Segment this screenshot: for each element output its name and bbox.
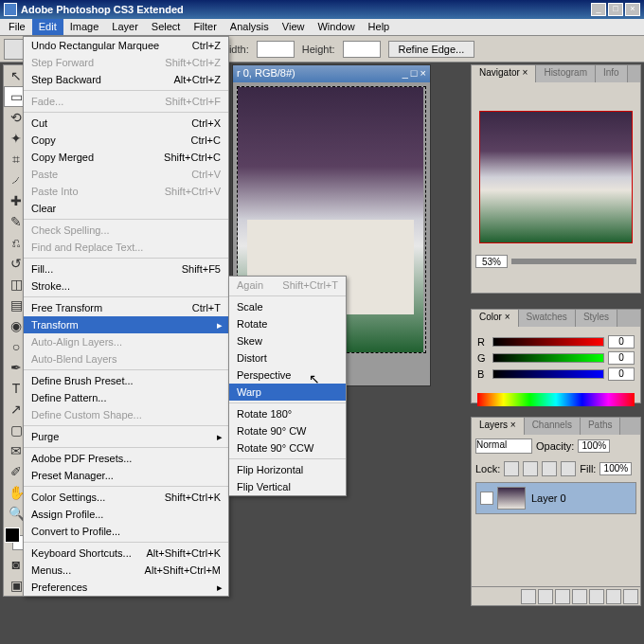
zoom-slider[interactable]: [511, 259, 636, 264]
menu-image[interactable]: Image: [63, 19, 106, 35]
lock-all-icon[interactable]: [561, 461, 576, 476]
opacity-input[interactable]: 100%: [578, 439, 610, 453]
menuitem-preset-manager-[interactable]: Preset Manager...: [24, 467, 228, 484]
tab-swatches[interactable]: Swatches: [519, 310, 576, 327]
menu-file[interactable]: File: [2, 19, 32, 35]
menuitem-warp[interactable]: Warp: [229, 384, 346, 401]
tab-color[interactable]: Color ×: [472, 310, 519, 327]
menuitem-cut[interactable]: CutCtrl+X: [24, 115, 228, 132]
r-slider[interactable]: [492, 337, 604, 347]
blend-mode-select[interactable]: Normal: [475, 438, 532, 454]
menu-select[interactable]: Select: [145, 19, 188, 35]
b-slider[interactable]: [492, 369, 604, 379]
menu-edit[interactable]: Edit: [32, 19, 63, 35]
tool-preset-icon[interactable]: [4, 39, 25, 60]
layer-thumbnail[interactable]: [497, 487, 526, 510]
folder-icon[interactable]: [589, 589, 604, 604]
menuitem-assign-profile-[interactable]: Assign Profile...: [24, 506, 228, 523]
adjustment-icon[interactable]: [572, 589, 587, 604]
g-value[interactable]: 0: [608, 351, 635, 365]
document-titlebar[interactable]: r 0, RGB/8#) _ □ ×: [233, 65, 430, 82]
menuitem-stroke-[interactable]: Stroke...: [24, 277, 228, 295]
layers-tabs: Layers × Channels Paths: [472, 418, 640, 435]
lock-position-icon[interactable]: [542, 461, 557, 476]
menuitem-color-settings-[interactable]: Color Settings...Shift+Ctrl+K: [24, 489, 228, 506]
menuitem-purge[interactable]: Purge: [24, 428, 228, 445]
menuitem-again: AgainShift+Ctrl+T: [229, 277, 346, 294]
maximize-button[interactable]: □: [608, 3, 623, 16]
menu-layer[interactable]: Layer: [105, 19, 145, 35]
menu-filter[interactable]: Filter: [187, 19, 223, 35]
menuitem-step-backward[interactable]: Step BackwardAlt+Ctrl+Z: [24, 71, 228, 88]
layer-item[interactable]: Layer 0: [475, 482, 636, 514]
tab-layers[interactable]: Layers ×: [472, 418, 525, 435]
menuitem-menus-[interactable]: Menus...Alt+Shift+Ctrl+M: [24, 562, 228, 579]
menuitem-clear[interactable]: Clear: [24, 200, 228, 217]
menuitem-perspective[interactable]: Perspective: [229, 367, 346, 384]
menuitem-preferences[interactable]: Preferences: [24, 579, 228, 596]
menuitem-copy[interactable]: CopyCtrl+C: [24, 132, 228, 149]
menuitem-rotate[interactable]: Rotate: [229, 315, 346, 332]
document-controls: _ □ ×: [402, 67, 426, 80]
lock-transparency-icon[interactable]: [504, 461, 519, 476]
refine-edge-button[interactable]: Refine Edge...: [388, 41, 475, 58]
menuitem-copy-merged[interactable]: Copy MergedShift+Ctrl+C: [24, 149, 228, 166]
menuitem-define-brush-preset-[interactable]: Define Brush Preset...: [24, 372, 228, 389]
g-slider[interactable]: [492, 353, 604, 363]
menuitem-convert-to-profile-[interactable]: Convert to Profile...: [24, 523, 228, 540]
tab-navigator[interactable]: Navigator ×: [472, 65, 536, 82]
tab-styles[interactable]: Styles: [576, 310, 617, 327]
menu-view[interactable]: View: [276, 19, 312, 35]
tab-paths[interactable]: Paths: [581, 418, 621, 435]
zoom-input[interactable]: [475, 255, 508, 268]
menuitem-rotate-180-[interactable]: Rotate 180°: [229, 405, 346, 422]
menuitem-transform[interactable]: Transform: [24, 316, 228, 333]
tab-channels[interactable]: Channels: [525, 418, 581, 435]
layer-blend-row: Normal Opacity: 100%: [472, 435, 640, 457]
color-tabs: Color × Swatches Styles: [472, 310, 640, 327]
tab-info[interactable]: Info: [596, 65, 628, 82]
link-icon[interactable]: [521, 589, 536, 604]
menuitem-step-forward: Step ForwardShift+Ctrl+Z: [24, 54, 228, 71]
menu-window[interactable]: Window: [311, 19, 361, 35]
menuitem-rotate-90-cw[interactable]: Rotate 90° CW: [229, 422, 346, 439]
app-title: Adobe Photoshop CS3 Extended: [21, 4, 591, 15]
menuitem-skew[interactable]: Skew: [229, 332, 346, 349]
fill-input[interactable]: 100%: [599, 462, 632, 475]
mask-icon[interactable]: [555, 589, 570, 604]
foreground-color[interactable]: [5, 528, 20, 543]
menuitem-flip-vertical[interactable]: Flip Vertical: [229, 478, 346, 495]
menuitem-adobe-pdf-presets-[interactable]: Adobe PDF Presets...: [24, 450, 228, 467]
height-input[interactable]: [343, 41, 381, 58]
menu-help[interactable]: Help: [362, 19, 397, 35]
layer-name[interactable]: Layer 0: [531, 492, 566, 504]
menuitem-undo-rectangular-marquee[interactable]: Undo Rectangular MarqueeCtrl+Z: [24, 37, 228, 54]
tab-histogram[interactable]: Histogram: [536, 65, 596, 82]
r-value[interactable]: 0: [608, 335, 635, 349]
menuitem-define-custom-shape-: Define Custom Shape...: [24, 406, 228, 423]
minimize-button[interactable]: _: [591, 3, 606, 16]
menuitem-rotate-90-ccw[interactable]: Rotate 90° CCW: [229, 439, 346, 456]
menuitem-define-pattern-[interactable]: Define Pattern...: [24, 389, 228, 406]
layer-lock-row: Lock: Fill: 100%: [472, 457, 640, 480]
close-button[interactable]: ×: [625, 3, 640, 16]
menuitem-free-transform[interactable]: Free TransformCtrl+T: [24, 299, 228, 316]
menu-analysis[interactable]: Analysis: [224, 19, 276, 35]
menuitem-flip-horizontal[interactable]: Flip Horizontal: [229, 461, 346, 478]
lock-image-icon[interactable]: [523, 461, 538, 476]
b-value[interactable]: 0: [608, 367, 635, 381]
menuitem-fill-[interactable]: Fill...Shift+F5: [24, 260, 228, 277]
trash-icon[interactable]: [623, 589, 638, 604]
layers-panel: Layers × Channels Paths Normal Opacity: …: [471, 417, 641, 606]
color-spectrum[interactable]: [477, 393, 635, 406]
edit-menu-dropdown: Undo Rectangular MarqueeCtrl+ZStep Forwa…: [23, 36, 229, 597]
menuitem-keyboard-shortcuts-[interactable]: Keyboard Shortcuts...Alt+Shift+Ctrl+K: [24, 545, 228, 562]
menuitem-scale[interactable]: Scale: [229, 298, 346, 315]
navigator-zoom-controls: [472, 251, 640, 272]
new-layer-icon[interactable]: [606, 589, 621, 604]
menuitem-distort[interactable]: Distort: [229, 349, 346, 367]
fx-icon[interactable]: [538, 589, 553, 604]
navigator-thumbnail[interactable]: [479, 111, 633, 243]
width-input[interactable]: [257, 41, 295, 58]
visibility-icon[interactable]: [480, 492, 493, 505]
